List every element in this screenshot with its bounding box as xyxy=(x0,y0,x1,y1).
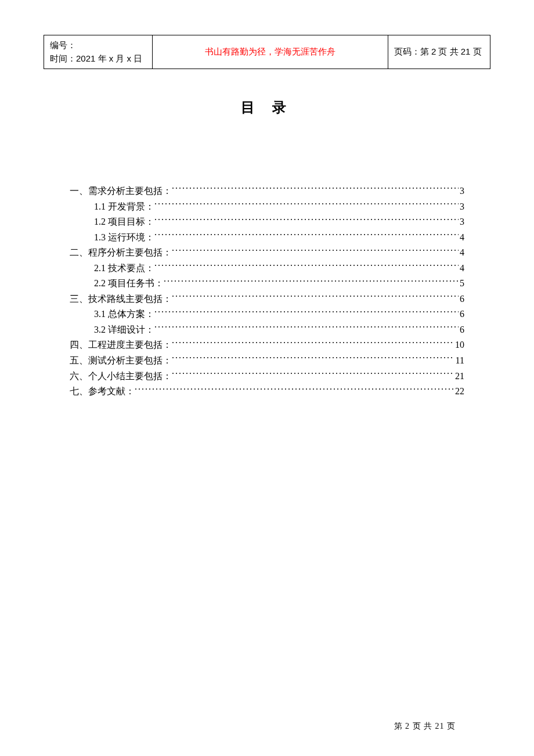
toc-entry: 七、参考文献：22 xyxy=(70,384,464,399)
toc-entry-page: 21 xyxy=(454,369,464,384)
toc-entry-label: 四、工程进度主要包括： xyxy=(70,337,172,353)
toc-entry: 三、技术路线主要包括：6 xyxy=(70,291,464,307)
toc-entry-label: 1.1 开发背景： xyxy=(94,199,154,215)
toc-container: 一、需求分析主要包括：31.1 开发背景：31.2 项目目标：31.3 运行环境… xyxy=(70,183,464,399)
toc-leader-dots xyxy=(154,262,459,271)
doc-id-label: 编号： xyxy=(50,39,146,52)
toc-leader-dots xyxy=(154,323,459,333)
header-table: 编号： 时间：2021 年 x 月 x 日 书山有路勤为径，学海无涯苦作舟 页码… xyxy=(44,35,490,69)
toc-leader-dots xyxy=(154,308,459,317)
toc-entry-page: 6 xyxy=(459,291,464,307)
toc-entry-page: 5 xyxy=(459,276,464,291)
toc-entry-label: 3.2 详细设计： xyxy=(94,322,154,338)
toc-entry-label: 2.1 技术要点： xyxy=(94,261,154,276)
toc-entry: 1.3 运行环境：4 xyxy=(70,230,464,246)
header-left-cell: 编号： 时间：2021 年 x 月 x 日 xyxy=(44,35,153,69)
toc-leader-dots xyxy=(172,339,454,348)
toc-entry-page: 6 xyxy=(459,307,464,322)
toc-entry-page: 10 xyxy=(454,337,464,353)
toc-entry-label: 3.1 总体方案： xyxy=(94,307,154,322)
toc-leader-dots xyxy=(154,231,459,240)
toc-entry: 1.2 项目目标：3 xyxy=(70,214,464,230)
toc-entry-page: 3 xyxy=(459,199,464,215)
toc-entry-page: 3 xyxy=(459,214,464,230)
toc-entry-label: 1.3 运行环境： xyxy=(94,230,154,246)
toc-entry-page: 4 xyxy=(459,245,464,261)
toc-entry-label: 2.2 项目任务书： xyxy=(94,276,164,291)
toc-entry: 六、个人小结主要包括：21 xyxy=(70,369,464,384)
toc-entry-label: 1.2 项目目标： xyxy=(94,214,154,230)
toc-entry-page: 6 xyxy=(459,322,464,338)
toc-leader-dots xyxy=(172,293,459,302)
toc-entry-label: 二、程序分析主要包括： xyxy=(70,245,172,261)
toc-leader-dots xyxy=(164,277,459,286)
toc-entry-label: 一、需求分析主要包括： xyxy=(70,183,172,199)
toc-entry-page: 22 xyxy=(454,384,464,399)
toc-leader-dots xyxy=(154,200,459,210)
toc-entry: 一、需求分析主要包括：3 xyxy=(70,183,464,199)
page-footer: 第 2 页 共 21 页 xyxy=(394,721,456,732)
doc-date-label: 时间：2021 年 x 月 x 日 xyxy=(50,52,146,66)
toc-leader-dots xyxy=(172,354,454,363)
toc-leader-dots xyxy=(172,185,459,194)
toc-entry-page: 3 xyxy=(459,183,464,199)
toc-entry: 二、程序分析主要包括：4 xyxy=(70,245,464,261)
toc-entry: 四、工程进度主要包括：10 xyxy=(70,337,464,353)
toc-leader-dots xyxy=(154,215,459,225)
toc-leader-dots xyxy=(135,385,454,394)
toc-entry: 2.1 技术要点：4 xyxy=(70,261,464,276)
header-motto: 书山有路勤为径，学海无涯苦作舟 xyxy=(152,35,388,69)
toc-title: 目 录 xyxy=(0,98,534,117)
toc-entry: 1.1 开发背景：3 xyxy=(70,199,464,215)
toc-entry-label: 五、测试分析主要包括： xyxy=(70,353,172,369)
toc-entry: 3.2 详细设计：6 xyxy=(70,322,464,338)
toc-entry: 2.2 项目任务书：5 xyxy=(70,276,464,291)
toc-entry-page: 4 xyxy=(459,261,464,276)
toc-leader-dots xyxy=(172,246,459,255)
toc-entry-page: 11 xyxy=(454,353,464,369)
document-page: 编号： 时间：2021 年 x 月 x 日 书山有路勤为径，学海无涯苦作舟 页码… xyxy=(0,0,534,756)
toc-entry: 3.1 总体方案：6 xyxy=(70,307,464,322)
toc-entry-label: 三、技术路线主要包括： xyxy=(70,291,172,307)
header-page-label: 页码：第 2 页 共 21 页 xyxy=(388,35,490,69)
toc-entry: 五、测试分析主要包括：11 xyxy=(70,353,464,369)
toc-entry-label: 六、个人小结主要包括： xyxy=(70,369,172,384)
toc-entry-page: 4 xyxy=(459,230,464,246)
toc-entry-label: 七、参考文献： xyxy=(70,384,135,399)
toc-leader-dots xyxy=(172,370,454,379)
